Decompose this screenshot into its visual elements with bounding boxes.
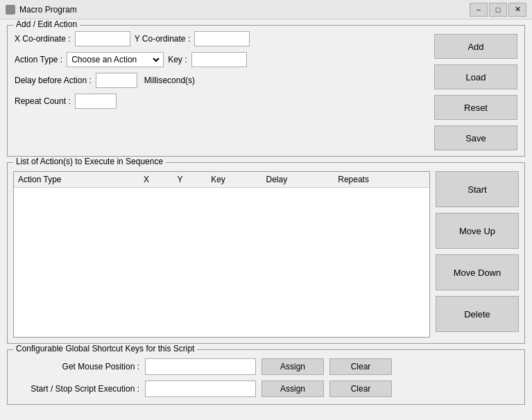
form-fields: X Co-ordinate : Y Co-ordinate : Action T… bbox=[15, 31, 427, 150]
title-bar-left: Macro Program bbox=[6, 5, 77, 15]
action-type-dropdown[interactable]: Choose an Action Mouse Click Key Press D… bbox=[69, 53, 162, 67]
mouse-position-row: Get Mouse Position : Assign Clear bbox=[15, 358, 517, 375]
minimize-button[interactable]: − bbox=[470, 3, 488, 17]
load-button[interactable]: Load bbox=[434, 64, 517, 89]
save-button[interactable]: Save bbox=[434, 125, 517, 150]
mouse-position-label: Get Mouse Position : bbox=[15, 362, 139, 371]
action-type-label: Action Type : bbox=[15, 55, 62, 64]
ms-label: Millisecond(s) bbox=[144, 76, 195, 85]
add-edit-group: Add / Edit Action X Co-ordinate : Y Co-o… bbox=[7, 25, 525, 157]
x-coord-label: X Co-ordinate : bbox=[15, 34, 71, 44]
list-table-container[interactable]: Action Type X Y Key Delay Repeats bbox=[13, 171, 430, 338]
start-stop-row: Start / Stop Script Execution : Assign C… bbox=[15, 380, 517, 397]
delete-button[interactable]: Delete bbox=[436, 296, 519, 332]
mouse-position-input[interactable] bbox=[145, 358, 256, 375]
start-stop-label: Start / Stop Script Execution : bbox=[15, 384, 139, 394]
start-button[interactable]: Start bbox=[436, 171, 519, 207]
col-action-type: Action Type bbox=[14, 172, 139, 188]
col-key: Key bbox=[207, 172, 261, 188]
list-table: Action Type X Y Key Delay Repeats bbox=[14, 172, 429, 188]
key-label: Key : bbox=[168, 55, 187, 64]
move-down-button[interactable]: Move Down bbox=[436, 254, 519, 290]
shortcut-group-title: Configurable Global Shortcut Keys for th… bbox=[13, 344, 197, 353]
mouse-position-clear-button[interactable]: Clear bbox=[329, 358, 392, 375]
repeat-count-label: Repeat Count : bbox=[15, 96, 71, 106]
x-coord-input[interactable] bbox=[75, 31, 130, 46]
y-coord-input[interactable] bbox=[194, 31, 250, 46]
start-stop-clear-button[interactable]: Clear bbox=[329, 380, 392, 397]
col-y: Y bbox=[173, 172, 207, 188]
window-title: Macro Program bbox=[19, 5, 77, 15]
close-button[interactable]: ✕ bbox=[508, 3, 526, 17]
move-up-button[interactable]: Move Up bbox=[436, 213, 519, 249]
start-stop-assign-button[interactable]: Assign bbox=[261, 380, 324, 397]
start-stop-input[interactable] bbox=[145, 380, 256, 397]
maximize-button[interactable]: □ bbox=[489, 3, 507, 17]
shortcut-group: Configurable Global Shortcut Keys for th… bbox=[7, 349, 525, 405]
delay-label: Delay before Action : bbox=[15, 76, 92, 85]
add-edit-group-title: Add / Edit Action bbox=[13, 19, 80, 29]
mouse-position-assign-button[interactable]: Assign bbox=[261, 358, 324, 375]
app-icon bbox=[6, 5, 15, 15]
add-button[interactable]: Add bbox=[434, 34, 517, 59]
repeat-count-input[interactable] bbox=[75, 94, 117, 109]
list-group: List of Action(s) to Execute in Sequence… bbox=[7, 162, 525, 344]
reset-button[interactable]: Reset bbox=[434, 95, 517, 120]
side-buttons: Start Move Up Move Down Delete bbox=[436, 171, 519, 338]
title-bar-controls: − □ ✕ bbox=[470, 3, 526, 17]
list-group-title: List of Action(s) to Execute in Sequence bbox=[13, 157, 166, 166]
col-repeats: Repeats bbox=[334, 172, 429, 188]
y-coord-label: Y Co-ordinate : bbox=[135, 34, 191, 44]
action-type-select[interactable]: Choose an Action Mouse Click Key Press D… bbox=[67, 52, 164, 67]
key-input[interactable] bbox=[191, 52, 247, 67]
title-bar: Macro Program − □ ✕ bbox=[0, 0, 532, 19]
col-delay: Delay bbox=[262, 172, 334, 188]
delay-input[interactable] bbox=[96, 73, 137, 88]
col-x: X bbox=[139, 172, 173, 188]
right-buttons: Add Load Reset Save bbox=[434, 31, 517, 150]
